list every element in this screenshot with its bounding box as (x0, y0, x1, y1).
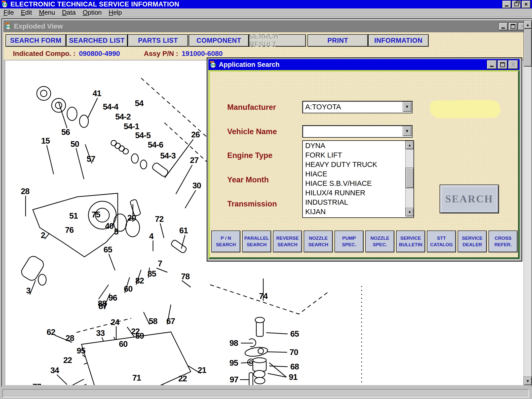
menu-item-data[interactable]: Data (62, 9, 76, 16)
transmission-label: Transmission (227, 200, 277, 208)
menu-item-help[interactable]: Help (109, 9, 122, 16)
part-label-75: 75 (92, 210, 100, 219)
toolbar-button-searched-list[interactable]: SEARCHED LIST (66, 34, 128, 47)
manufacturer-value: A:TOYOTA (305, 103, 341, 111)
part-label-58: 58 (149, 317, 157, 326)
dialog-minimize-button[interactable] (487, 60, 497, 69)
part-label-54-1: 54-1 (124, 122, 139, 131)
dialog-maximize-button[interactable] (497, 60, 507, 69)
part-label-28: 28 (21, 187, 30, 196)
vehicle-list-item[interactable]: KIJAN (303, 207, 414, 216)
list-scrollbar-thumb[interactable] (406, 168, 414, 188)
part-label-40: 40 (105, 221, 114, 231)
toolbar-button-information[interactable]: INFORMATION (368, 34, 429, 47)
service-dealer-button[interactable]: SERVICEDEALER (458, 231, 487, 252)
vehicle-list-item[interactable]: HILUX/4 RUNNER (303, 188, 414, 198)
part-label-7: 7 (158, 259, 162, 268)
exploded-view-icon (5, 23, 12, 30)
assy-pn-label: Assy P/N : (144, 50, 178, 58)
restore-button[interactable] (512, 0, 521, 8)
cross-refer-button[interactable]: CROSSREFER. (489, 231, 518, 252)
part-label-56: 56 (61, 127, 70, 137)
main-titlebar: ELECTRONIC TECHNICAL SERVICE INFORMATION… (0, 0, 532, 8)
manufacturer-dropdown-button[interactable]: ▼ (403, 102, 412, 112)
scroll-down-button[interactable]: ▼ (524, 377, 532, 385)
part-label-15: 15 (41, 136, 50, 146)
part-label-4: 4 (149, 232, 153, 241)
part-label-98: 98 (229, 338, 238, 348)
service-bulletin-button[interactable]: SERVICEBULLETIN (396, 231, 425, 252)
vehicle-list-item[interactable]: HEAVY DUTY TRUCK (303, 160, 414, 169)
part-label-60: 60 (119, 339, 128, 349)
part-label-30: 30 (192, 181, 201, 190)
part-label-87: 87 (99, 302, 107, 311)
part-label-54-2: 54-2 (115, 112, 131, 121)
scroll-up-button[interactable]: ▲ (524, 20, 532, 29)
part-label-26: 26 (191, 130, 200, 139)
scrollbar-thumb[interactable] (524, 29, 532, 67)
vehicle-name-list[interactable]: DYNAFORK LIFTHEAVY DUTY TRUCKHIACEHIACE … (302, 140, 414, 218)
ev-maximize-button[interactable] (508, 23, 517, 30)
part-label-97: 97 (230, 375, 238, 384)
list-scroll-up-button[interactable]: ▲ (406, 141, 414, 149)
vehicle-list-item[interactable]: FORK LIFT (303, 150, 414, 160)
toolbar-button-component[interactable]: COMPONENT (189, 34, 249, 47)
part-label-34: 34 (50, 366, 59, 375)
part-label-76: 76 (65, 225, 74, 235)
part-label-95: 95 (77, 346, 85, 356)
vehicle-list-item[interactable]: INDUSTRIAL (303, 198, 414, 207)
stt-catalog-button[interactable]: STTCATALOG (427, 231, 456, 252)
vehicle-name-label: Vehicle Name (227, 127, 277, 136)
search-button[interactable]: SEARCH (440, 185, 499, 213)
exploded-view-title: Exploded View (14, 22, 63, 30)
status-bar (0, 387, 532, 399)
year-month-label: Year Month (227, 175, 269, 184)
vehicle-name-dropdown-button[interactable]: ▼ (403, 126, 412, 136)
part-label-77: 77 (33, 382, 41, 385)
menu-item-file[interactable]: File (3, 9, 14, 16)
list-scroll-down-button[interactable]: ▼ (406, 208, 414, 216)
application-window: ELECTRONIC TECHNICAL SERVICE INFORMATION… (0, 0, 532, 399)
part-label-78: 78 (181, 272, 190, 281)
vehicle-list-item[interactable]: DYNA (303, 141, 414, 150)
part-label-27: 27 (190, 156, 199, 165)
vehicle-list-scrollbar[interactable]: ▲ ▼ (405, 141, 414, 216)
vehicle-list-item[interactable]: HIACE S.B.V/HIACE (303, 179, 414, 188)
nozzle-spec-button[interactable]: NOZZLESPEC. (365, 231, 394, 252)
parallel-search-button[interactable]: PARALLELSEARCH (242, 231, 271, 252)
p-n-search-button[interactable]: P / NSEARCH (211, 231, 240, 252)
toolbar-button-search-form[interactable]: SEARCH FORM (5, 34, 66, 47)
vehicle-name-combobox[interactable]: ▼ (302, 125, 413, 138)
part-label-50: 50 (71, 139, 79, 149)
minimize-button[interactable] (502, 0, 511, 8)
app-icon (1, 1, 8, 8)
part-label-68: 68 (290, 362, 299, 371)
menu-item-option[interactable]: Option (83, 9, 102, 16)
part-label-54-5: 54-5 (135, 131, 151, 140)
nozzle-search-button[interactable]: NOZZLESEARCH (304, 231, 333, 252)
indicated-compo-value: 090800-4990 (79, 50, 120, 58)
part-label-54: 54 (135, 99, 144, 108)
part-label-65: 65 (290, 329, 299, 339)
ev-minimize-button[interactable] (499, 23, 508, 30)
part-label-22: 22 (131, 327, 140, 336)
toolbar-button-print[interactable]: PRINT (307, 34, 368, 47)
indicated-compo-label: Indicated Compo. : (13, 50, 76, 58)
exploded-view-titlebar: Exploded View × (3, 20, 530, 32)
part-label-57: 57 (87, 154, 95, 164)
menu-item-menu[interactable]: Menu (39, 9, 55, 16)
part-label-54-4: 54-4 (103, 102, 118, 112)
vehicle-list-item[interactable]: HIACE (303, 169, 414, 179)
toolbar-button-parts-list[interactable]: PARTS LIST (128, 34, 188, 47)
dialog-button-row: P / NSEARCHPARALLELSEARCHREVERSESEARCHNO… (210, 231, 518, 255)
vertical-scrollbar[interactable]: ▲ ▼ (524, 20, 531, 385)
menu-item-edit[interactable]: Edit (21, 9, 32, 16)
part-label-2: 2 (41, 231, 45, 240)
dialog-close-button[interactable]: X (508, 60, 518, 69)
close-button[interactable]: × (522, 0, 531, 8)
part-label-33: 33 (96, 328, 105, 338)
pump-spec-button[interactable]: PUMPSPEC. (335, 231, 364, 252)
manufacturer-combobox[interactable]: A:TOYOTA ▼ (302, 101, 413, 113)
reverse-search-button[interactable]: REVERSESEARCH (273, 231, 302, 252)
assy-pn-value: 191000-6080 (182, 50, 223, 58)
